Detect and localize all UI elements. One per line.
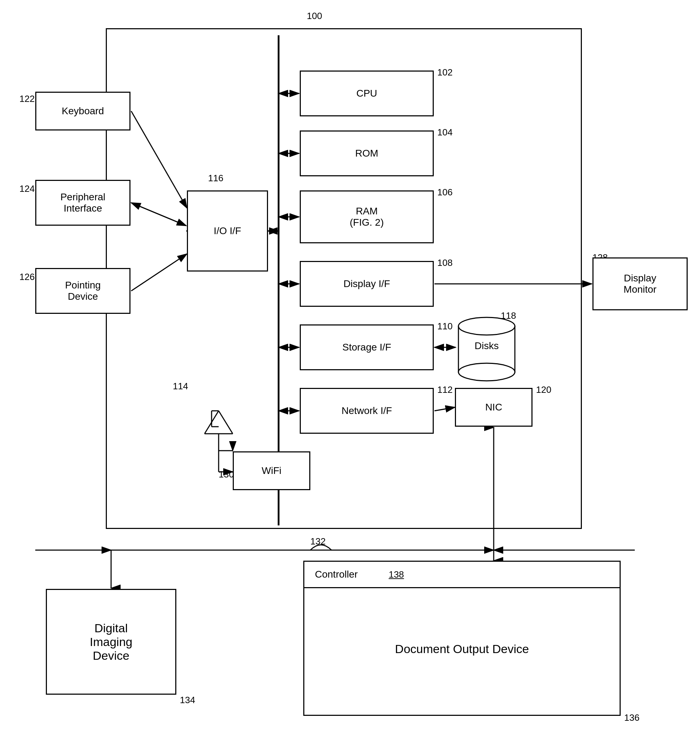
cpu-box: CPU xyxy=(300,70,434,116)
keyboard-box: Keyboard xyxy=(35,92,131,131)
ref-138-inline: 138 xyxy=(389,569,404,580)
storage-if-box: Storage I/F xyxy=(300,324,434,370)
ref-124: 124 xyxy=(19,183,35,194)
svg-point-1 xyxy=(458,317,515,335)
controller-section: Controller 138 xyxy=(304,562,619,588)
io-if-box: I/O I/F xyxy=(187,191,268,272)
ref-132: 132 xyxy=(310,536,326,547)
ref-100: 100 xyxy=(307,10,322,22)
ref-122: 122 xyxy=(19,94,35,104)
network-if-box: Network I/F xyxy=(300,388,434,434)
peripheral-if-box: Peripheral Interface xyxy=(35,180,131,226)
ram-box: RAM (FIG. 2) xyxy=(300,191,434,243)
ref-136: 136 xyxy=(624,712,639,723)
svg-point-2 xyxy=(458,363,515,381)
doc-output-label: Document Output Device xyxy=(304,588,619,709)
ref-126: 126 xyxy=(19,272,35,282)
digital-imaging-box: Digital Imaging Device xyxy=(46,589,176,695)
ref-134: 134 xyxy=(180,695,195,706)
nic-box: NIC xyxy=(455,388,533,427)
wifi-box: WiFi xyxy=(233,451,310,490)
disks-shape: Disks xyxy=(455,316,518,384)
disks-label: Disks xyxy=(455,340,518,352)
rom-box: ROM xyxy=(300,131,434,176)
display-if-box: Display I/F xyxy=(300,261,434,307)
pointing-device-box: Pointing Device xyxy=(35,268,131,314)
doc-output-device-box: Controller 138 Document Output Device xyxy=(303,561,621,716)
display-monitor-box: Display Monitor xyxy=(593,257,688,310)
